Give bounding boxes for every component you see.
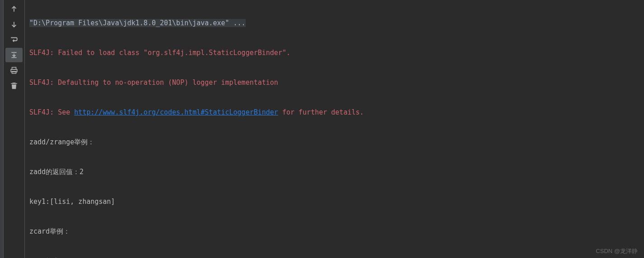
output-line: key1:[lisi, zhangsan] bbox=[29, 194, 639, 209]
print-icon bbox=[10, 66, 18, 74]
slf4j-docs-link[interactable]: http://www.slf4j.org/codes.html#StaticLo… bbox=[74, 108, 278, 116]
error-line-3: SLF4J: See http://www.slf4j.org/codes.ht… bbox=[29, 105, 639, 120]
svg-rect-2 bbox=[12, 71, 16, 74]
output-line: zadd/zrange举例： bbox=[29, 135, 639, 150]
down-button[interactable] bbox=[5, 17, 23, 32]
left-gutter bbox=[0, 0, 4, 258]
command-text: "D:\Program Files\Java\jdk1.8.0_201\bin\… bbox=[29, 19, 246, 27]
soft-wrap-icon bbox=[10, 36, 18, 44]
arrow-up-icon bbox=[10, 5, 18, 13]
clear-button[interactable] bbox=[5, 78, 23, 93]
scroll-to-end-button[interactable] bbox=[5, 48, 23, 62]
trash-icon bbox=[10, 82, 18, 90]
output-line: zadd的返回值：2 bbox=[29, 165, 639, 180]
error-line-1: SLF4J: Failed to load class "org.slf4j.i… bbox=[29, 46, 639, 60]
error-line-2: SLF4J: Defaulting to no-operation (NOP) … bbox=[29, 75, 639, 90]
soft-wrap-button[interactable] bbox=[5, 32, 23, 47]
error-suffix: for further details. bbox=[278, 108, 364, 116]
error-prefix: SLF4J: See bbox=[29, 108, 74, 116]
command-line: "D:\Program Files\Java\jdk1.8.0_201\bin\… bbox=[29, 16, 639, 31]
print-button[interactable] bbox=[5, 63, 23, 78]
up-button[interactable] bbox=[5, 2, 23, 16]
watermark: CSDN @龙洋静 bbox=[596, 247, 638, 255]
output-line: zcard举例： bbox=[29, 224, 639, 239]
scroll-to-end-icon bbox=[10, 51, 18, 59]
console-toolbar bbox=[4, 0, 24, 258]
output-line: key1长度：2 bbox=[29, 254, 639, 258]
console-output[interactable]: "D:\Program Files\Java\jdk1.8.0_201\bin\… bbox=[25, 0, 644, 258]
arrow-down-icon bbox=[10, 20, 18, 28]
